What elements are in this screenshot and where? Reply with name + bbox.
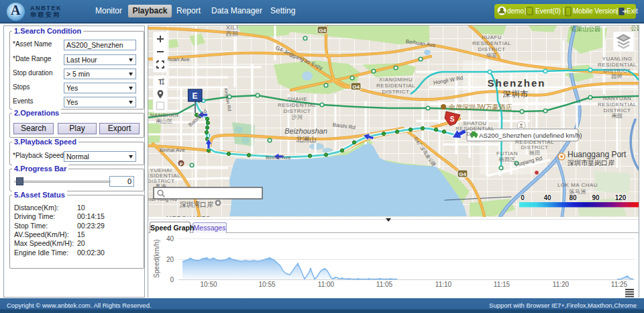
- svg-text:Beizhoushan: Beizhoushan: [284, 127, 327, 135]
- svg-text:YUANLING: YUANLING: [602, 56, 633, 62]
- svg-text:深圳湾口岸: 深圳湾口岸: [180, 201, 213, 208]
- svg-text:Shenzhen: Shenzhen: [488, 77, 546, 89]
- svg-text:沙河: 沙河: [292, 114, 303, 120]
- svg-text:HUAFU: HUAFU: [482, 34, 502, 40]
- svg-text:XIANGMIHU: XIANGMIHU: [379, 77, 413, 83]
- svg-text:西丽: 西丽: [226, 30, 239, 37]
- svg-text:DISTRICT: DISTRICT: [284, 108, 311, 114]
- svg-text:11:05: 11:05: [376, 281, 393, 288]
- svg-text:北洲山: 北洲山: [296, 136, 316, 143]
- svg-text:90: 90: [592, 194, 600, 202]
- svg-text:G4: G4: [352, 84, 360, 90]
- svg-text:40: 40: [543, 194, 551, 202]
- svg-text:Huanggang Port: Huanggang Port: [568, 150, 627, 159]
- svg-text:40: 40: [166, 235, 174, 242]
- svg-text:深圳市: 深圳市: [503, 89, 529, 99]
- svg-text:120: 120: [615, 194, 627, 202]
- svg-text:华富: 华富: [486, 52, 498, 58]
- svg-text:10:55: 10:55: [258, 281, 275, 288]
- svg-text:SHAHE: SHAHE: [287, 96, 307, 102]
- svg-text:80: 80: [569, 194, 577, 202]
- svg-text:0: 0: [170, 276, 174, 283]
- svg-text:RESIDENTIAL: RESIDENTIAL: [278, 102, 317, 108]
- svg-text:南山区: 南山区: [156, 118, 173, 124]
- svg-text:Speed(km/h): Speed(km/h): [153, 239, 160, 277]
- svg-text:11:15: 11:15: [494, 281, 511, 288]
- svg-text:0: 0: [521, 194, 525, 202]
- svg-text:G4: G4: [459, 171, 466, 177]
- svg-text:S: S: [450, 116, 455, 123]
- svg-text:AS200_Shenzhen (undefined km/h: AS200_Shenzhen (undefined km/h): [479, 132, 582, 139]
- svg-text:11:25: 11:25: [611, 281, 628, 288]
- svg-text:RESIDENTIAL: RESIDENTIAL: [598, 101, 637, 107]
- svg-text:DI: DI: [467, 131, 473, 137]
- svg-text:20: 20: [166, 256, 174, 263]
- svg-text:RESIDENTIAL: RESIDENTIAL: [472, 40, 511, 46]
- svg-text:DISTRICT: DISTRICT: [382, 89, 410, 95]
- svg-text:RESIDENTIAL: RESIDENTIAL: [376, 83, 415, 89]
- svg-text:RESIDENTIAL: RESIDENTIAL: [455, 126, 494, 132]
- svg-text:DISTRICT: DISTRICT: [478, 46, 506, 52]
- svg-text:P: P: [180, 162, 183, 167]
- svg-text:公园: 公园: [631, 26, 639, 32]
- svg-text:E: E: [192, 91, 197, 101]
- svg-text:Binhai Ave: Binhai Ave: [160, 147, 185, 153]
- svg-text:深圳市皇岗口岸: 深圳市皇岗口岸: [568, 159, 614, 167]
- svg-text:G4: G4: [319, 28, 326, 34]
- svg-text:LOK MA CHAU: LOK MA CHAU: [557, 182, 598, 188]
- svg-text:RESIDENTIAL: RESIDENTIAL: [598, 62, 637, 68]
- svg-text:金茂深圳JW万豪酒店: 金茂深圳JW万豪酒店: [448, 103, 512, 111]
- svg-text:NANSHAN: NANSHAN: [150, 112, 179, 118]
- svg-text:福田区: 福田区: [498, 156, 516, 163]
- svg-text:11:20: 11:20: [553, 281, 570, 288]
- svg-text:南园: 南园: [612, 113, 623, 119]
- svg-text:福田: 福田: [529, 150, 541, 156]
- svg-text:10:50: 10:50: [200, 281, 217, 288]
- svg-text:11:10: 11:10: [435, 281, 452, 288]
- svg-text:FUTIAN: FUTIAN: [496, 150, 518, 156]
- svg-text:Binhai Ave: Binhai Ave: [266, 154, 291, 161]
- svg-text:园岭: 园岭: [612, 73, 623, 79]
- svg-text:笔架山公园: 笔架山公园: [570, 26, 600, 32]
- svg-text:11:00: 11:00: [318, 281, 335, 288]
- svg-text:NANYUAN: NANYUAN: [603, 95, 632, 101]
